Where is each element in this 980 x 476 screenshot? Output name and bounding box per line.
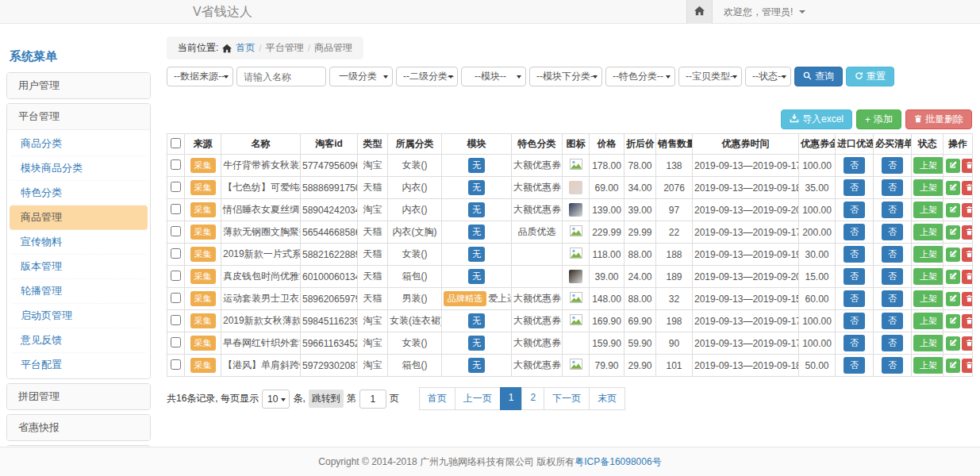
reset-button[interactable]: 重置 [846, 67, 894, 86]
row-checkbox[interactable] [171, 337, 181, 347]
filter-select-data-source[interactable]: --数据来源-- [167, 67, 233, 86]
sidebar-item-feature-category[interactable]: 特色分类 [10, 181, 148, 205]
edit-button[interactable] [946, 159, 960, 173]
sidebar-section-user-management[interactable]: 用户管理 [7, 73, 150, 98]
delete-button[interactable] [962, 292, 973, 306]
add-button[interactable]: + 添加 [856, 109, 901, 129]
toggle-import_select-button[interactable]: 否 [844, 268, 865, 285]
page-next[interactable]: 下一页 [544, 387, 590, 410]
edit-button[interactable] [946, 248, 960, 262]
edit-button[interactable] [946, 225, 960, 240]
filter-select-level1-category[interactable]: 一级分类 [329, 67, 393, 86]
row-checkbox[interactable] [171, 159, 181, 170]
sidebar-item-goods-management[interactable]: 商品管理 [10, 205, 148, 230]
toggle-import_select-button[interactable]: 否 [844, 202, 865, 218]
delete-button[interactable] [962, 181, 973, 195]
toggle-import_select-button[interactable]: 否 [844, 290, 865, 307]
page-1[interactable]: 1 [500, 387, 523, 410]
toggle-import_select-button[interactable]: 否 [844, 157, 865, 174]
toggle-import_select-button[interactable]: 否 [844, 246, 865, 263]
status-button[interactable]: 上架 [913, 357, 943, 374]
status-button[interactable]: 上架 [913, 335, 943, 351]
delete-button[interactable] [962, 270, 973, 284]
row-checkbox[interactable] [171, 315, 181, 325]
toggle-must_buy-button[interactable]: 否 [882, 157, 903, 174]
row-checkbox[interactable] [171, 204, 181, 214]
breadcrumb-home-link[interactable]: 首页 [236, 41, 255, 55]
filter-select-module[interactable]: --模块-- [461, 67, 526, 86]
sidebar-item-promo-material[interactable]: 宣传物料 [10, 230, 148, 255]
status-button[interactable]: 上架 [913, 268, 943, 285]
edit-button[interactable] [946, 359, 960, 373]
edit-button[interactable] [946, 203, 960, 217]
user-menu[interactable]: 欢迎您，管理员! [724, 6, 805, 19]
sidebar-item-platform-config[interactable]: 平台配置 [10, 353, 148, 377]
toggle-must_buy-button[interactable]: 否 [882, 313, 903, 329]
edit-button[interactable] [946, 292, 960, 306]
edit-button[interactable] [946, 314, 960, 328]
row-checkbox[interactable] [171, 182, 181, 192]
jump-button[interactable]: 跳转到 [309, 390, 344, 408]
filter-select-feature-category[interactable]: --特色分类-- [605, 67, 675, 86]
import-excel-button[interactable]: 导入excel [781, 109, 852, 129]
filter-select-level2-category[interactable]: --二级分类-- [396, 67, 458, 86]
filter-select-item-type[interactable]: --宝贝类型-- [678, 67, 742, 86]
batch-delete-button[interactable]: 批量删除 [905, 109, 972, 129]
page-2[interactable]: 2 [521, 387, 544, 410]
toggle-must_buy-button[interactable]: 否 [882, 290, 903, 307]
toggle-must_buy-button[interactable]: 否 [882, 179, 903, 196]
row-checkbox[interactable] [171, 293, 181, 303]
toggle-must_buy-button[interactable]: 否 [882, 335, 903, 351]
toggle-import_select-button[interactable]: 否 [844, 335, 865, 351]
filter-select-status[interactable]: --状态-- [745, 67, 791, 86]
jump-page-input[interactable] [359, 390, 386, 409]
sidebar-item-feedback[interactable]: 意见反馈 [10, 328, 148, 353]
sidebar-section-group-buy-management[interactable]: 拼团管理 [7, 384, 150, 409]
delete-button[interactable] [962, 225, 973, 240]
status-button[interactable]: 上架 [913, 246, 943, 263]
delete-button[interactable] [962, 359, 973, 373]
row-checkbox[interactable] [171, 271, 181, 281]
toggle-import_select-button[interactable]: 否 [844, 357, 865, 374]
icp-link[interactable]: 粤ICP备16098006号 [575, 455, 661, 469]
toggle-must_buy-button[interactable]: 否 [882, 224, 903, 240]
delete-button[interactable] [962, 203, 973, 217]
per-page-select[interactable]: 10 [262, 390, 290, 409]
toggle-must_buy-button[interactable]: 否 [882, 357, 903, 374]
toggle-import_select-button[interactable]: 否 [844, 313, 865, 329]
filter-select-module-subcategory[interactable]: --模块下分类-- [529, 67, 602, 86]
row-checkbox[interactable] [171, 226, 181, 236]
status-button[interactable]: 上架 [913, 313, 943, 329]
row-checkbox[interactable] [171, 248, 181, 259]
page-prev[interactable]: 上一页 [455, 387, 501, 410]
home-button[interactable] [686, 0, 713, 24]
edit-button[interactable] [946, 181, 960, 195]
edit-button[interactable] [946, 270, 960, 284]
status-button[interactable]: 上架 [913, 157, 943, 174]
toggle-must_buy-button[interactable]: 否 [882, 246, 903, 263]
delete-button[interactable] [962, 314, 973, 328]
sidebar-item-version-management[interactable]: 版本管理 [10, 255, 148, 279]
sidebar-section-saving-express[interactable]: 省惠快报 [7, 415, 150, 440]
toggle-import_select-button[interactable]: 否 [844, 224, 865, 240]
sidebar-section-platform-management[interactable]: 平台管理 [7, 104, 150, 129]
status-button[interactable]: 上架 [913, 224, 943, 240]
delete-button[interactable] [962, 159, 973, 173]
toggle-must_buy-button[interactable]: 否 [882, 202, 903, 218]
page-last[interactable]: 末页 [589, 387, 625, 410]
select-all-checkbox[interactable] [171, 138, 181, 148]
sidebar-item-module-goods-category[interactable]: 模块商品分类 [10, 156, 148, 181]
delete-button[interactable] [962, 336, 973, 351]
name-search-input[interactable] [236, 67, 326, 86]
row-checkbox[interactable] [171, 359, 181, 370]
toggle-must_buy-button[interactable]: 否 [882, 268, 903, 285]
status-button[interactable]: 上架 [913, 179, 943, 196]
delete-button[interactable] [962, 248, 973, 262]
sidebar-item-carousel-management[interactable]: 轮播管理 [10, 279, 148, 304]
status-button[interactable]: 上架 [913, 290, 943, 307]
sidebar-item-goods-category[interactable]: 商品分类 [10, 132, 148, 156]
status-button[interactable]: 上架 [913, 202, 943, 218]
toggle-import_select-button[interactable]: 否 [844, 179, 865, 196]
search-button[interactable]: 查询 [794, 67, 843, 86]
page-first[interactable]: 首页 [419, 387, 455, 410]
